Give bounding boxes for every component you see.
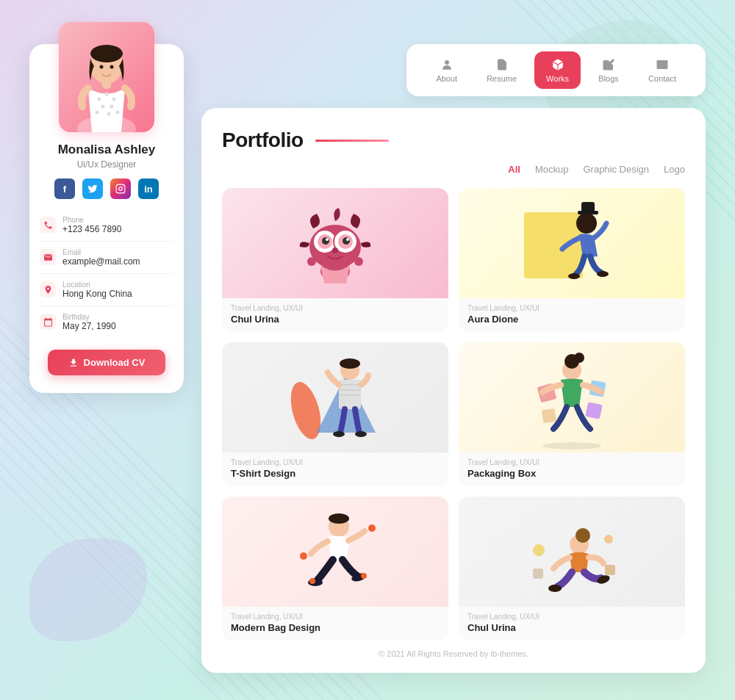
nav-bar: About Resume Works Blogs xyxy=(406,44,706,96)
svg-point-29 xyxy=(101,105,105,109)
svg-point-89 xyxy=(300,552,307,560)
svg-rect-39 xyxy=(116,184,125,193)
portfolio-info-4: Travel Landing, UX/UI Packaging Box xyxy=(459,452,685,486)
portfolio-cat-6: Travel Landing, UX/UI xyxy=(467,613,676,621)
portfolio-item-2[interactable]: Travel Landing, UX/UI Aura Dione xyxy=(459,188,685,332)
svg-rect-69 xyxy=(339,380,361,409)
footer-text: © 2021 All Rights Reserved by lb-themes. xyxy=(222,649,685,658)
right-panel: About Resume Works Blogs xyxy=(201,44,706,673)
svg-point-92 xyxy=(576,528,590,543)
svg-point-74 xyxy=(355,431,367,437)
svg-point-53 xyxy=(326,238,329,241)
svg-point-51 xyxy=(322,237,329,245)
portfolio-title-2: Aura Dione xyxy=(467,314,676,325)
svg-point-95 xyxy=(533,544,545,556)
birthday-info: Birthday May 27, 1990 xyxy=(40,306,173,338)
portfolio-img-3 xyxy=(222,342,448,452)
avatar xyxy=(59,22,154,132)
portfolio-title-1: Chul Urina xyxy=(231,314,440,325)
portfolio-item-6[interactable]: Travel Landing, UX/UI Chul Urina xyxy=(459,497,685,641)
svg-point-55 xyxy=(332,248,338,253)
portfolio-info-6: Travel Landing, UX/UI Chul Urina xyxy=(459,607,685,641)
email-icon xyxy=(40,249,56,265)
portfolio-title: Portfolio xyxy=(222,129,304,152)
birthday-value: May 27, 1990 xyxy=(62,321,116,331)
svg-point-52 xyxy=(343,237,350,245)
svg-point-26 xyxy=(98,98,101,101)
person-icon xyxy=(440,57,454,72)
birthday-icon xyxy=(40,314,56,330)
svg-point-62 xyxy=(597,271,609,277)
facebook-icon[interactable]: f xyxy=(54,178,75,199)
download-cv-button[interactable]: Download CV xyxy=(48,350,166,375)
portfolio-underline xyxy=(315,140,389,142)
portfolio-info-5: Travel Landing, UX/UI Modern Bag Design xyxy=(222,607,448,641)
nav-resume-label: Resume xyxy=(487,74,517,83)
filter-all[interactable]: All xyxy=(508,164,520,175)
svg-point-30 xyxy=(110,105,114,109)
nav-contact[interactable]: Contact xyxy=(637,51,688,89)
svg-point-96 xyxy=(604,535,613,544)
portfolio-item-1[interactable]: Travel Landing, UX/UI Chul Urina xyxy=(222,188,448,332)
nav-blogs[interactable]: Blogs xyxy=(587,51,631,89)
filter-logo[interactable]: Logo xyxy=(664,164,685,175)
nav-contact-label: Contact xyxy=(648,74,676,83)
portfolio-item-5[interactable]: Travel Landing, UX/UI Modern Bag Design xyxy=(222,497,448,641)
portfolio-header: Portfolio xyxy=(222,129,685,152)
svg-point-68 xyxy=(340,358,360,369)
portfolio-img-1 xyxy=(222,188,448,298)
nav-works[interactable]: Works xyxy=(534,51,581,89)
email-info: Email example@mail.com xyxy=(40,242,173,274)
portfolio-cat-1: Travel Landing, UX/UI xyxy=(231,304,440,312)
svg-point-88 xyxy=(361,573,367,579)
phone-value: +123 456 7890 xyxy=(62,224,121,234)
svg-point-93 xyxy=(548,585,562,592)
mail-icon xyxy=(655,57,670,72)
location-label: Location xyxy=(62,281,132,289)
cube-icon xyxy=(551,57,565,72)
svg-point-33 xyxy=(116,111,120,115)
portfolio-card: Portfolio All Mockup Graphic Design Logo xyxy=(201,108,706,673)
portfolio-item-3[interactable]: Travel Landing, UX/UI T-Shirt Design xyxy=(222,342,448,486)
email-label: Email xyxy=(62,248,140,256)
phone-label: Phone xyxy=(62,216,121,224)
portfolio-title-6: Chul Urina xyxy=(467,622,676,633)
portfolio-item-4[interactable]: Travel Landing, UX/UI Packaging Box xyxy=(459,342,685,486)
svg-point-40 xyxy=(119,187,123,191)
email-value: example@mail.com xyxy=(62,256,140,267)
svg-point-57 xyxy=(307,257,316,266)
location-value: Hong Kong China xyxy=(62,289,132,299)
filter-mockup[interactable]: Mockup xyxy=(535,164,569,175)
svg-point-86 xyxy=(309,578,315,584)
svg-rect-80 xyxy=(542,408,556,422)
social-links: f in xyxy=(54,178,159,199)
twitter-icon[interactable] xyxy=(82,178,103,199)
portfolio-title-5: Modern Bag Design xyxy=(231,622,440,633)
nav-about[interactable]: About xyxy=(424,51,469,89)
svg-rect-97 xyxy=(605,565,615,575)
svg-point-60 xyxy=(576,213,597,234)
file-icon xyxy=(495,57,509,72)
portfolio-cat-2: Travel Landing, UX/UI xyxy=(467,304,676,312)
svg-point-37 xyxy=(100,65,104,69)
svg-rect-98 xyxy=(533,569,543,579)
svg-point-82 xyxy=(542,442,601,450)
svg-rect-59 xyxy=(524,212,583,278)
nav-about-label: About xyxy=(436,74,457,83)
portfolio-img-5 xyxy=(222,497,448,607)
portfolio-cat-5: Travel Landing, UX/UI xyxy=(231,613,440,621)
portfolio-grid: Travel Landing, UX/UI Chul Urina xyxy=(222,188,685,641)
nav-works-label: Works xyxy=(546,74,569,83)
location-icon xyxy=(40,281,56,297)
nav-resume[interactable]: Resume xyxy=(475,51,528,89)
filter-graphic-design[interactable]: Graphic Design xyxy=(583,164,649,175)
portfolio-img-6 xyxy=(459,497,685,607)
main-container: Monalisa Ashley Ui/Ux Designer f in Phon… xyxy=(0,0,735,700)
linkedin-icon[interactable]: in xyxy=(138,178,159,199)
portfolio-img-2 xyxy=(459,188,685,298)
portfolio-info-2: Travel Landing, UX/UI Aura Dione xyxy=(459,298,685,332)
portfolio-info-3: Travel Landing, UX/UI T-Shirt Design xyxy=(222,452,448,486)
instagram-icon[interactable] xyxy=(110,178,131,199)
svg-rect-64 xyxy=(581,202,595,212)
location-info: Location Hong Kong China xyxy=(40,274,173,306)
